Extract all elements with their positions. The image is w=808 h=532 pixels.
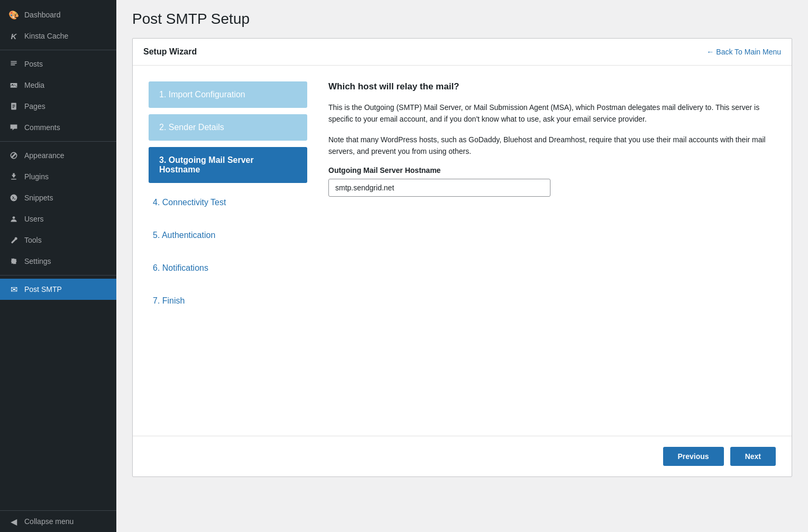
sidebar-item-label: Settings	[24, 257, 51, 265]
main-content: Post SMTP Setup Setup Wizard ← Back To M…	[116, 0, 808, 532]
setup-wizard-card: Setup Wizard ← Back To Main Menu 1. Impo…	[132, 38, 792, 477]
sidebar-item-label: Posts	[24, 60, 43, 68]
media-icon	[8, 80, 19, 90]
step-7[interactable]: 7. Finish	[149, 288, 307, 314]
sidebar: 🎨 Dashboard K Kinsta Cache Posts Media P…	[0, 0, 116, 532]
next-button[interactable]: Next	[730, 447, 776, 466]
sidebar-item-media[interactable]: Media	[0, 75, 116, 96]
card-header: Setup Wizard ← Back To Main Menu	[133, 39, 792, 66]
sidebar-item-label: Pages	[24, 102, 45, 111]
step-4-label: 4.	[153, 198, 160, 207]
collapse-label: Collapse menu	[24, 517, 74, 526]
sidebar-item-dashboard[interactable]: 🎨 Dashboard	[0, 4, 116, 25]
comments-icon	[8, 122, 19, 133]
step-5-label: 5. Authentication	[153, 231, 215, 240]
wizard-footer: Previous Next	[133, 436, 792, 476]
svg-point-8	[13, 216, 15, 219]
settings-icon	[8, 256, 19, 267]
pages-icon	[8, 101, 19, 112]
step-3-label: 3. Outgoing Mail Server Hostname	[159, 155, 254, 174]
page-title: Post SMTP Setup	[132, 11, 792, 27]
step-3[interactable]: 3. Outgoing Mail Server Hostname	[149, 147, 307, 183]
hostname-field-label: Outgoing Mail Server Hostname	[328, 166, 776, 175]
sidebar-item-label: Post SMTP	[24, 285, 62, 293]
sidebar-item-appearance[interactable]: Appearance	[0, 145, 116, 166]
step-1[interactable]: 1. Import Configuration	[149, 81, 307, 108]
users-icon	[8, 214, 19, 224]
wizard-body: 1. Import Configuration 2. Sender Detail…	[133, 66, 792, 436]
snippets-icon	[8, 192, 19, 203]
sidebar-item-posts[interactable]: Posts	[0, 53, 116, 75]
sidebar-item-pages[interactable]: Pages	[0, 96, 116, 117]
sidebar-item-snippets[interactable]: Snippets	[0, 187, 116, 208]
previous-button[interactable]: Previous	[663, 447, 724, 466]
sidebar-item-users[interactable]: Users	[0, 208, 116, 230]
kinsta-icon: K	[8, 31, 19, 41]
plugins-icon	[8, 171, 19, 182]
dashboard-icon: 🎨	[8, 10, 19, 20]
step-7-label: 7. Finish	[153, 296, 185, 305]
sidebar-item-label: Snippets	[24, 194, 53, 202]
step-4-text: Connectivity Test	[162, 198, 226, 207]
wizard-content-area: Which host will relay the mail? This is …	[328, 81, 776, 420]
back-link-label: Back To Main Menu	[716, 48, 781, 56]
sidebar-item-kinsta-cache[interactable]: K Kinsta Cache	[0, 25, 116, 47]
collapse-icon: ◀	[8, 516, 19, 527]
step-2-label: 2. Sender Details	[159, 123, 224, 132]
tools-icon	[8, 235, 19, 245]
sidebar-item-comments[interactable]: Comments	[0, 117, 116, 138]
sidebar-item-plugins[interactable]: Plugins	[0, 166, 116, 187]
sidebar-item-label: Kinsta Cache	[24, 32, 68, 40]
sidebar-item-label: Users	[24, 215, 44, 223]
sidebar-item-tools[interactable]: Tools	[0, 230, 116, 251]
posts-icon	[8, 59, 19, 69]
sidebar-item-post-smtp[interactable]: ✉ Post SMTP	[0, 279, 116, 300]
appearance-icon	[8, 150, 19, 161]
wizard-question: Which host will relay the mail?	[328, 81, 776, 92]
sidebar-item-settings[interactable]: Settings	[0, 251, 116, 272]
post-smtp-icon: ✉	[8, 284, 19, 295]
hostname-input[interactable]	[328, 179, 550, 197]
step-4[interactable]: 4. Connectivity Test	[149, 189, 307, 216]
sidebar-item-label: Media	[24, 81, 44, 89]
sidebar-item-label: Appearance	[24, 151, 65, 160]
sidebar-item-label: Comments	[24, 123, 60, 132]
wizard-steps: 1. Import Configuration 2. Sender Detail…	[149, 81, 307, 420]
step-6[interactable]: 6. Notifications	[149, 255, 307, 281]
setup-wizard-label: Setup Wizard	[143, 47, 197, 57]
step-5[interactable]: 5. Authentication	[149, 222, 307, 249]
sidebar-item-label: Dashboard	[24, 11, 61, 19]
sidebar-collapse[interactable]: ◀ Collapse menu	[0, 511, 116, 532]
step-2[interactable]: 2. Sender Details	[149, 114, 307, 141]
wizard-desc-2: Note that many WordPress hosts, such as …	[328, 134, 776, 158]
step-1-label: 1. Import Configuration	[159, 90, 245, 99]
step-6-label: 6. Notifications	[153, 263, 208, 272]
wizard-desc-1: This is the Outgoing (SMTP) Mail Server,…	[328, 102, 776, 125]
sidebar-item-label: Plugins	[24, 172, 49, 181]
sidebar-item-label: Tools	[24, 236, 42, 244]
back-arrow-icon: ←	[706, 48, 714, 56]
back-to-main-menu-link[interactable]: ← Back To Main Menu	[706, 48, 781, 56]
